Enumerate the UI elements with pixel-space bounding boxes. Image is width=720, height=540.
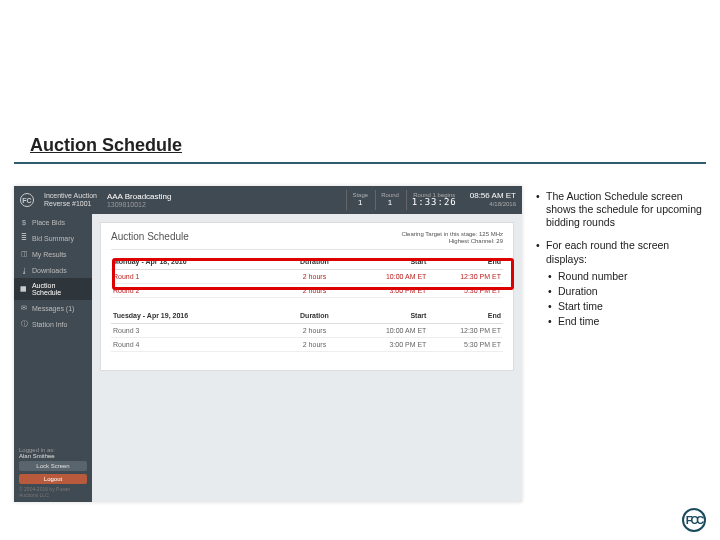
clock-time: 08:56 AM ET [470,192,516,201]
table-row: Round 1 2 hours 10:00 AM ET 12:30 PM ET [111,270,503,284]
round-box: Round 1 [375,190,404,209]
schedule-card: Auction Schedule Clearing Target in this… [100,222,514,371]
stage-box: Stage 1 [346,190,373,209]
sidebar-item-auction-schedule[interactable]: ▦Auction Schedule [14,278,92,300]
list-icon: ≣ [20,234,28,242]
broadcaster-name: AAA Broadcasting [107,192,171,201]
note-bullet-1: The Auction Schedule screen shows the sc… [534,190,704,229]
sidebar-item-label: Messages (1) [32,305,74,312]
sidebar-item-label: My Results [32,251,67,258]
topbar-stats: Stage 1 Round 1 Round 1 begins 1:33:26 0… [346,190,516,210]
countdown-value: 1:33:26 [412,198,457,208]
sidebar-item-label: Station Info [32,321,67,328]
round-name: Round 4 [113,341,277,348]
sidebar-item-messages[interactable]: ✉Messages (1) [14,300,92,316]
note-sub-3: Start time [546,300,704,313]
day-header: Monday - Apr 18, 2016 [113,258,277,265]
table-row: Round 3 2 hours 10:00 AM ET 12:30 PM ET [111,324,503,338]
broadcaster-id: 1309810012 [107,201,171,208]
table-row: Round 4 2 hours 3:00 PM ET 5:30 PM ET [111,338,503,352]
round-start: 10:00 AM ET [352,327,427,334]
logout-button[interactable]: Logout [19,474,87,484]
round-end: 5:30 PM ET [426,287,501,294]
table-row: Round 2 2 hours 3:00 PM ET 5:30 PM ET [111,284,503,298]
col-duration: Duration [277,258,352,265]
day-block-tuesday: Tuesday - Apr 19, 2016 Duration Start En… [111,308,503,352]
col-duration: Duration [277,312,352,319]
note-sub-4: End time [546,315,704,328]
clearing-line1: Clearing Target in this stage: 125 MHz [401,231,503,238]
col-end: End [426,258,501,265]
col-start: Start [352,312,427,319]
app-title-block: Incentive Auction Reverse #1001 [44,192,97,207]
sidebar-item-bid-summary[interactable]: ≣Bid Summary [14,230,92,246]
sidebar-item-my-results[interactable]: ◫My Results [14,246,92,262]
round-end: 12:30 PM ET [426,273,501,280]
day-header: Tuesday - Apr 19, 2016 [113,312,277,319]
sidebar-item-label: Place Bids [32,219,65,226]
fcc-logo-icon: FC [20,193,34,207]
fcc-footer-logo-icon: FCC [682,508,706,532]
app-top-bar: FC Incentive Auction Reverse #1001 AAA B… [14,186,522,214]
dollar-icon: $ [20,218,28,226]
round-name: Round 1 [113,273,277,280]
mail-icon: ✉ [20,304,28,312]
round-end: 12:30 PM ET [426,327,501,334]
explainer-notes: The Auction Schedule screen shows the sc… [534,190,704,338]
round-duration: 2 hours [277,341,352,348]
calendar-icon: ▦ [20,285,28,293]
lock-screen-button[interactable]: Lock Screen [19,461,87,471]
copyright-text: © 2004-2016 by Power Auctions LLC [19,487,87,498]
round-start: 10:00 AM ET [352,273,427,280]
note-sub-1: Round number [546,270,704,283]
stage-value: 1 [352,199,368,208]
sidebar-item-label: Downloads [32,267,67,274]
sidebar-item-label: Auction Schedule [32,282,86,296]
info-icon: ⓘ [20,320,28,328]
note-sub-2: Duration [546,285,704,298]
slide-title: Auction Schedule [30,135,182,156]
countdown-box: Round 1 begins 1:33:26 [406,190,462,210]
round-duration: 2 hours [277,287,352,294]
app-sub: Reverse #1001 [44,200,97,208]
round-duration: 2 hours [277,273,352,280]
round-value: 1 [381,199,399,208]
note-bullet-2: For each round the screen displays: Roun… [534,239,704,328]
sidebar-item-label: Bid Summary [32,235,74,242]
clearing-line2: Highest Channel: 29 [401,238,503,245]
clock-date: 4/18/2016 [470,201,516,208]
app-name: Incentive Auction [44,192,97,200]
sidebar: $Place Bids ≣Bid Summary ◫My Results ⭳Do… [14,214,92,502]
card-title: Auction Schedule [111,231,189,242]
main-panel: Auction Schedule Clearing Target in this… [92,214,522,502]
download-icon: ⭳ [20,266,28,274]
round-start: 3:00 PM ET [352,341,427,348]
broadcaster-block: AAA Broadcasting 1309810012 [107,192,171,208]
round-end: 5:30 PM ET [426,341,501,348]
sidebar-item-station-info[interactable]: ⓘStation Info [14,316,92,332]
results-icon: ◫ [20,250,28,258]
sidebar-item-place-bids[interactable]: $Place Bids [14,214,92,230]
clock-box: 08:56 AM ET 4/18/2016 [464,192,516,207]
note-bullet-2-text: For each round the screen displays: [546,239,669,264]
round-name: Round 2 [113,287,277,294]
col-start: Start [352,258,427,265]
round-name: Round 3 [113,327,277,334]
username: Alan Smithee [19,453,87,459]
day-block-monday: Monday - Apr 18, 2016 Duration Start End… [111,254,503,298]
col-end: End [426,312,501,319]
clearing-target: Clearing Target in this stage: 125 MHz H… [401,231,503,245]
round-start: 3:00 PM ET [352,287,427,294]
screenshot-panel: FC Incentive Auction Reverse #1001 AAA B… [14,186,522,502]
sidebar-footer: Logged in as: Alan Smithee Lock Screen L… [14,443,92,502]
round-duration: 2 hours [277,327,352,334]
sidebar-item-downloads[interactable]: ⭳Downloads [14,262,92,278]
title-underline [14,162,706,164]
